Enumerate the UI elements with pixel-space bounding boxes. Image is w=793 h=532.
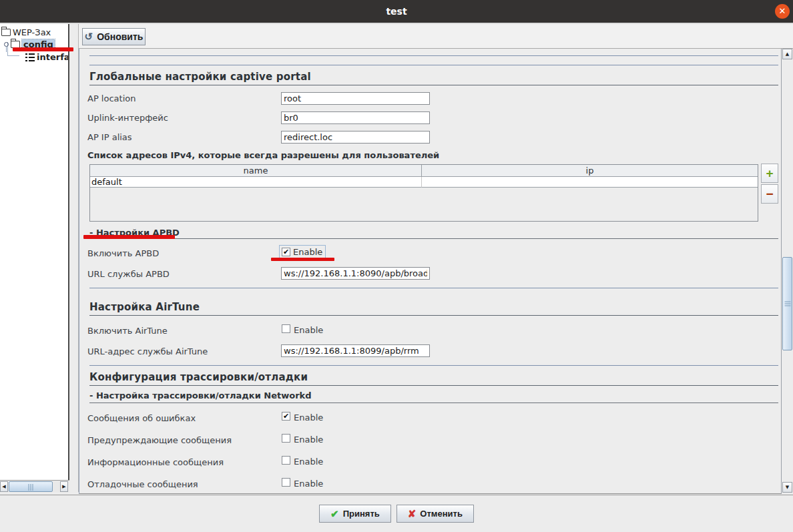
- section-separator: [89, 55, 778, 56]
- apbd-enable-group: ✔ Enable: [279, 245, 326, 259]
- section-title-captive: Глобальные настройки captive portal: [89, 71, 311, 83]
- accept-button[interactable]: ✔ Принять: [319, 505, 391, 523]
- ip-list-title: Список адресов IPv4, которые всегда разр…: [87, 150, 439, 160]
- plus-icon: +: [766, 166, 773, 180]
- table-header-name[interactable]: name: [90, 165, 422, 177]
- scroll-up-icon[interactable]: ▲: [782, 49, 792, 59]
- airtune-url-input[interactable]: [281, 344, 430, 357]
- debug-row-label: Предупреждающие сообщения: [87, 435, 232, 445]
- checkbox-label[interactable]: Enable: [294, 479, 323, 489]
- ip-allow-table: name ip default: [89, 164, 758, 222]
- debug-row-label: Сообщения об ошибках: [87, 413, 196, 423]
- airtune-url-label: URL-адрес службы AirTune: [87, 346, 208, 356]
- airtune-enable-label: Включить AirTune: [87, 326, 168, 336]
- tree-item-interfaces[interactable]: interfa: [25, 52, 69, 62]
- annotation-underline-apbd-enable: [271, 258, 334, 261]
- section-title-underline: [89, 385, 778, 386]
- apbd-url-input[interactable]: [281, 267, 430, 280]
- subsection-title-networkd: - Настройка трассировки/отладки Networkd: [89, 390, 312, 401]
- window-title: test: [0, 0, 793, 23]
- annotation-underline-apbd-title: [83, 235, 175, 239]
- cancel-button[interactable]: ✘ Отменить: [396, 505, 474, 523]
- section-separator: [89, 365, 778, 366]
- main-toolbar: ↺ Обновить: [79, 24, 793, 49]
- apbd-enable-checkbox[interactable]: ✔: [282, 248, 290, 256]
- checkbox-label[interactable]: Enable: [294, 435, 323, 445]
- accept-button-label: Принять: [343, 509, 380, 519]
- subsection-underline: [89, 238, 778, 239]
- apbd-enable-label: Включить APBD: [87, 248, 159, 258]
- tree-item-wep[interactable]: WEP-Зах: [1, 27, 51, 37]
- refresh-button-label: Обновить: [97, 31, 143, 42]
- warning-messages-checkbox[interactable]: [282, 434, 290, 443]
- cancel-cross-icon: ✘: [408, 508, 417, 520]
- subsection-underline: [89, 403, 778, 403]
- form-vscrollbar[interactable]: ▲ ▼: [781, 49, 793, 494]
- list-icon: [25, 53, 35, 61]
- tree-item-label: interfa: [37, 52, 69, 62]
- table-header-ip[interactable]: ip: [422, 165, 758, 177]
- accept-check-icon: ✔: [330, 508, 339, 520]
- apbd-enable-checkbox-label[interactable]: Enable: [293, 247, 322, 257]
- airtune-enable-checkbox-label[interactable]: Enable: [294, 325, 323, 335]
- minus-icon: −: [766, 187, 773, 201]
- tree-item-label: WEP-Зах: [13, 27, 51, 37]
- cancel-button-label: Отменить: [420, 509, 463, 519]
- tree-expand-handle-icon[interactable]: [4, 42, 9, 47]
- airtune-enable-checkbox[interactable]: [282, 324, 290, 333]
- close-icon[interactable]: ✕: [775, 4, 790, 19]
- tree-hscrollbar[interactable]: ◀ ▶: [0, 480, 69, 492]
- tree-connector: [7, 55, 19, 56]
- ap-ip-alias-input[interactable]: [281, 131, 430, 144]
- field-label-ap-location: AP location: [87, 93, 136, 103]
- folder-icon: [1, 29, 11, 36]
- ap-location-input[interactable]: [281, 92, 430, 105]
- scroll-thumb-grip: [784, 302, 790, 306]
- form-vscrollbar-thumb[interactable]: [782, 257, 792, 350]
- debug-row-label: Информационные сообщения: [87, 457, 224, 467]
- panel-splitter[interactable]: [71, 24, 79, 492]
- section-title-underline: [89, 85, 778, 85]
- refresh-button[interactable]: ↺ Обновить: [82, 28, 146, 45]
- apbd-url-label: URL службы APBD: [87, 269, 170, 279]
- checkbox-label[interactable]: Enable: [294, 413, 323, 423]
- titlebar: test: [0, 0, 793, 23]
- section-separator: [89, 65, 778, 65]
- refresh-icon: ↺: [85, 31, 93, 43]
- section-title-airtune: Настройка AirTune: [89, 301, 200, 313]
- section-title-underline: [89, 315, 778, 316]
- info-messages-checkbox[interactable]: [282, 456, 290, 465]
- section-separator: [89, 288, 778, 288]
- scroll-right-icon[interactable]: ▶: [60, 481, 68, 492]
- table-cell-name[interactable]: default: [90, 177, 422, 188]
- scroll-left-icon[interactable]: ◀: [0, 481, 8, 492]
- scroll-down-icon[interactable]: ▼: [782, 482, 792, 493]
- footer-bar: ✔ Принять ✘ Отменить: [0, 495, 793, 532]
- remove-row-button[interactable]: −: [761, 184, 778, 204]
- field-label-uplink: Uplink-интерфейс: [87, 113, 168, 123]
- field-label-ap-ip-alias: AP IP alias: [87, 132, 132, 142]
- uplink-interface-input[interactable]: [281, 111, 430, 124]
- annotation-underline-config: [13, 47, 73, 51]
- debug-row-label: Отладочные сообщения: [87, 479, 198, 489]
- error-messages-checkbox[interactable]: ✔: [282, 412, 290, 421]
- debug-messages-checkbox[interactable]: [282, 478, 290, 487]
- section-title-debug: Конфигурация трассировки/отладки: [89, 371, 308, 383]
- table-cell-ip[interactable]: [422, 177, 758, 188]
- tree-panel: WEP-Зах config interfa: [0, 24, 69, 480]
- checkbox-label[interactable]: Enable: [294, 457, 323, 467]
- scroll-thumb-grip: [29, 484, 33, 491]
- tree-hscrollbar-thumb[interactable]: [9, 481, 53, 492]
- add-row-button[interactable]: +: [761, 164, 778, 183]
- form-scroll-area: Глобальные настройки captive portal AP l…: [79, 49, 781, 494]
